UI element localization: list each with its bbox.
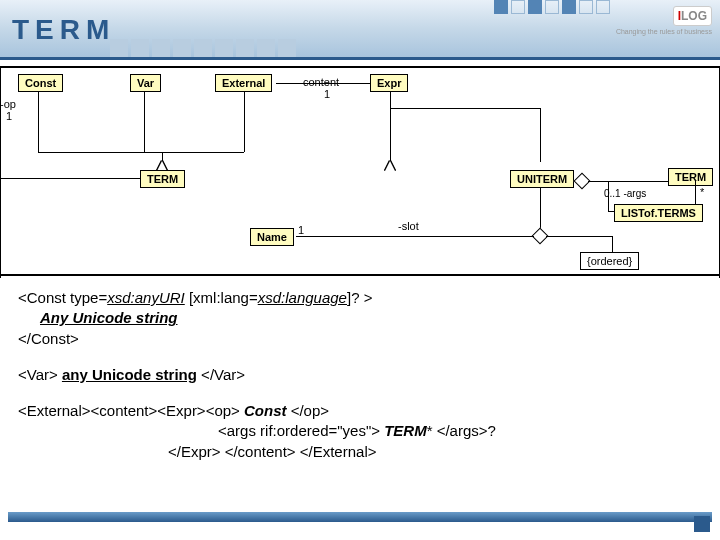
box-const: Const bbox=[18, 74, 63, 92]
page-title: TERM bbox=[0, 0, 720, 46]
slide-header: TERM ILOG Changing the rules of business bbox=[0, 0, 720, 60]
var-def: <Var> any Unicode string </Var> bbox=[18, 365, 702, 385]
label-one-b: 1 bbox=[324, 88, 330, 100]
box-listofterms: LISTof.TERMS bbox=[614, 204, 703, 222]
label-content: content bbox=[303, 76, 339, 88]
box-expr: Expr bbox=[370, 74, 408, 92]
box-var: Var bbox=[130, 74, 161, 92]
code-content: <Const type=xsd:anyURI [xml:lang=xsd:lan… bbox=[0, 276, 720, 462]
box-term-right: TERM bbox=[668, 168, 713, 186]
label-star: * bbox=[700, 186, 704, 198]
uml-diagram: Const Var External Expr -op 1 content 1 … bbox=[0, 66, 720, 276]
label-slot: -slot bbox=[398, 220, 419, 232]
label-op: -op bbox=[0, 98, 16, 110]
header-decor-top bbox=[494, 0, 610, 14]
external-def: <External><content><Expr><op> Const </op… bbox=[18, 401, 702, 462]
logo: ILOG Changing the rules of business bbox=[616, 6, 712, 35]
label-args: 0..1 -args bbox=[604, 188, 646, 199]
slide-footer bbox=[0, 512, 720, 532]
box-uniterm: UNITERM bbox=[510, 170, 574, 188]
const-def: <Const type=xsd:anyURI [xml:lang=xsd:lan… bbox=[18, 288, 702, 349]
note-ordered: {ordered} bbox=[580, 252, 639, 270]
label-one-c: 1 bbox=[298, 224, 304, 236]
label-one-a: 1 bbox=[6, 110, 12, 122]
box-external: External bbox=[215, 74, 272, 92]
box-name: Name bbox=[250, 228, 294, 246]
header-decor-bottom bbox=[110, 39, 296, 57]
box-term-main: TERM bbox=[140, 170, 185, 188]
